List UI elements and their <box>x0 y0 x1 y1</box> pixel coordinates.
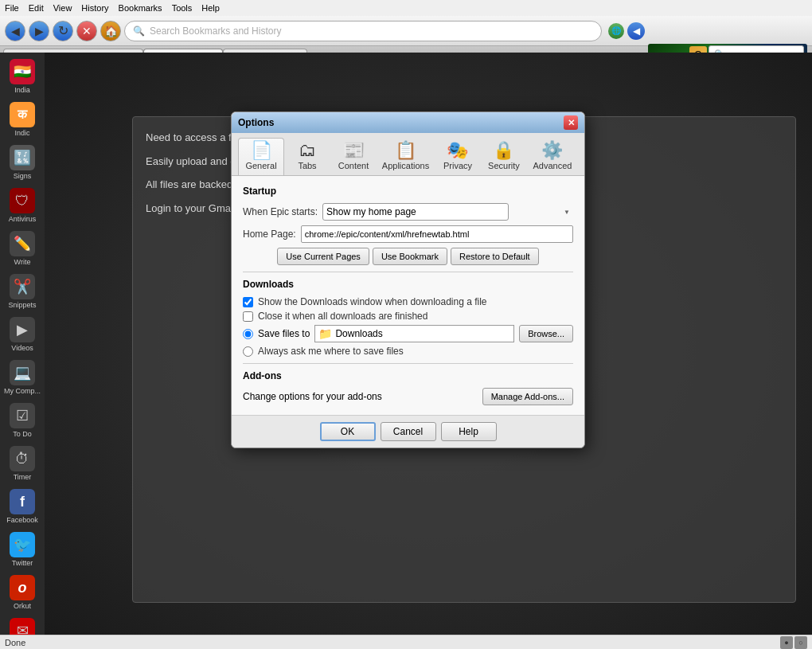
sidebar-item-snippets[interactable]: ✂️ Snippets <box>2 271 42 312</box>
save-to-radio[interactable] <box>243 329 253 339</box>
status-text: Done <box>5 638 25 647</box>
sidebar-item-write[interactable]: ✏️ Write <box>2 228 42 269</box>
menu-edit[interactable]: Edit <box>29 3 44 13</box>
homepage-btn-row: Use Current Pages Use Bookmark Restore t… <box>243 248 573 265</box>
sidebar-label-snippets: Snippets <box>8 301 36 309</box>
timer-icon: ⏱ <box>10 446 35 471</box>
downloads-path-display: 📁 Downloads <box>314 325 514 342</box>
sidebar-label-videos: Videos <box>11 344 33 352</box>
forward-button[interactable]: ▶ <box>29 21 49 41</box>
use-current-pages-button[interactable]: Use Current Pages <box>277 248 369 265</box>
status-icon-2: ○ <box>794 636 807 649</box>
when-starts-label: When Epic starts: <box>243 206 318 217</box>
search-icon: 🔍 <box>133 25 145 37</box>
dialog-titlebar: Options ✕ <box>232 112 584 133</box>
address-bar[interactable]: 🔍 Search Bookmarks and History <box>124 21 602 41</box>
sidebar-item-signs[interactable]: 🔣 Signs <box>2 142 42 183</box>
privacy-tab-icon: 🎭 <box>447 142 468 159</box>
options-tab-advanced[interactable]: ⚙️ Advanced <box>527 138 578 175</box>
always-ask-radio[interactable] <box>243 346 253 357</box>
applications-tab-label: Applications <box>382 161 429 170</box>
sidebar-item-facebook[interactable]: f Facebook <box>2 486 42 527</box>
menu-help[interactable]: Help <box>201 3 220 13</box>
sidebar-item-twitter[interactable]: 🐦 Twitter <box>2 529 42 570</box>
close-downloads-checkbox[interactable] <box>243 311 253 322</box>
sidebar-item-indic[interactable]: क Indic <box>2 99 42 140</box>
status-icons: ● ○ <box>780 636 807 649</box>
sidebar-item-timer[interactable]: ⏱ Timer <box>2 443 42 484</box>
addons-section: Add-ons Change options for your add-ons … <box>243 370 573 405</box>
general-tab-icon: 📄 <box>251 142 272 159</box>
close-downloads-label: Close it when all downloads are finished <box>258 311 427 322</box>
back-button[interactable]: ◀ <box>5 21 25 41</box>
homepage-input[interactable] <box>301 225 573 243</box>
advanced-tab-icon: ⚙️ <box>541 142 563 159</box>
dialog-title: Options <box>238 117 274 128</box>
always-ask-label: Always ask me where to save files <box>258 346 404 357</box>
sidebar-label-orkut: Orkut <box>14 602 31 610</box>
security-tab-label: Security <box>488 161 520 170</box>
startup-row: When Epic starts: Show my home page Show… <box>243 203 573 221</box>
sidebar-item-videos[interactable]: ▶ Videos <box>2 314 42 355</box>
menu-bookmarks[interactable]: Bookmarks <box>119 3 162 13</box>
sidebar-item-orkut[interactable]: o Orkut <box>2 572 42 613</box>
startup-title: Startup <box>243 186 573 197</box>
sidebar-item-india[interactable]: 🇮🇳 India <box>2 56 42 97</box>
show-downloads-checkbox[interactable] <box>243 297 253 307</box>
home-button[interactable]: 🏠 <box>100 21 121 41</box>
browse-button[interactable]: Browse... <box>519 325 573 342</box>
downloads-title: Downloads <box>243 279 573 290</box>
dialog-close-button[interactable]: ✕ <box>564 115 578 130</box>
menu-history[interactable]: History <box>81 3 108 13</box>
menu-view[interactable]: View <box>53 3 72 13</box>
options-tab-content[interactable]: 📰 Content <box>330 138 377 175</box>
indic-icon: क <box>10 102 35 127</box>
sidebar-item-todo[interactable]: ☑ To Do <box>2 400 42 441</box>
india-icon: 🇮🇳 <box>10 59 35 84</box>
sidebar-item-antivirus[interactable]: 🛡 Antivirus <box>2 185 42 226</box>
refresh-button[interactable]: ↻ <box>53 21 73 41</box>
snippets-icon: ✂️ <box>10 274 35 299</box>
startup-select[interactable]: Show my home page Show a blank page Show… <box>322 203 509 221</box>
options-tab-tabs[interactable]: 🗂 Tabs <box>284 138 330 175</box>
downloads-chk1-row: Show the Downloads window when downloadi… <box>243 296 573 307</box>
browser-frame: File Edit View History Bookmarks Tools H… <box>0 0 812 649</box>
sidebar-label-signs: Signs <box>14 172 32 180</box>
options-tab-privacy[interactable]: 🎭 Privacy <box>435 138 481 175</box>
status-bar: Done ● ○ <box>0 635 812 649</box>
tabs-tab-icon: 🗂 <box>299 142 316 159</box>
options-tabs: 📄 General 🗂 Tabs 📰 Content 📋 Application… <box>232 133 584 176</box>
privacy-tab-label: Privacy <box>443 161 472 170</box>
options-tab-security[interactable]: 🔒 Security <box>481 138 527 175</box>
twitter-icon: 🐦 <box>10 532 35 557</box>
manage-addons-button[interactable]: Manage Add-ons... <box>482 388 573 405</box>
options-tab-applications[interactable]: 📋 Applications <box>377 138 435 175</box>
sidebar-label-twitter: Twitter <box>12 559 33 567</box>
dialog-body: Startup When Epic starts: Show my home p… <box>232 176 584 415</box>
sidebar-label-antivirus: Antivirus <box>9 215 37 223</box>
restore-to-default-button[interactable]: Restore to Default <box>451 248 539 265</box>
section-divider-2 <box>243 363 573 364</box>
startup-section: Startup When Epic starts: Show my home p… <box>243 186 573 221</box>
stop-button[interactable]: ✕ <box>76 21 97 41</box>
tabs-tab-label: Tabs <box>298 161 316 170</box>
menu-tools[interactable]: Tools <box>172 3 193 13</box>
sidebar-label-timer: Timer <box>14 473 32 481</box>
ok-button[interactable]: OK <box>320 422 376 441</box>
cancel-button[interactable]: Cancel <box>381 422 436 441</box>
options-tab-general[interactable]: 📄 General <box>238 138 284 175</box>
homepage-section: Home Page: Use Current Pages Use Bookmar… <box>243 225 573 265</box>
help-button[interactable]: Help <box>441 422 497 441</box>
sidebar-item-mycomp[interactable]: 💻 My Comp... <box>2 357 42 398</box>
menu-file[interactable]: File <box>5 3 19 13</box>
folder-icon: 📁 <box>318 327 332 340</box>
sidebar-label-todo: To Do <box>13 430 32 438</box>
options-dialog: Options ✕ 📄 General 🗂 Tabs 📰 Content <box>231 111 585 448</box>
content-tab-label: Content <box>338 161 369 170</box>
always-ask-row: Always ask me where to save files <box>243 346 573 357</box>
menu-bar: File Edit View History Bookmarks Tools H… <box>0 0 812 16</box>
startup-select-wrapper: Show my home page Show a blank page Show… <box>322 203 573 221</box>
antivirus-icon: 🛡 <box>10 188 35 213</box>
use-bookmark-button[interactable]: Use Bookmark <box>373 248 447 265</box>
downloads-chk2-row: Close it when all downloads are finished <box>243 311 573 322</box>
